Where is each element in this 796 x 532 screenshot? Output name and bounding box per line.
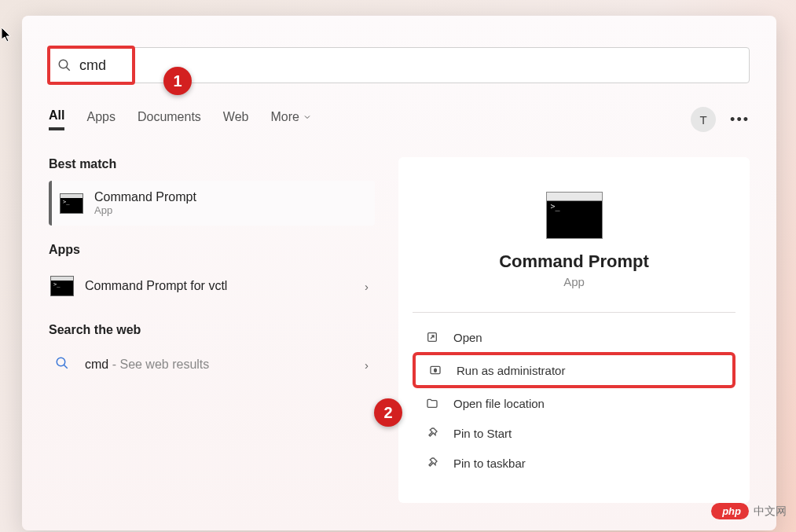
web-term: cmd [85,358,108,371]
action-run-admin-label: Run as administrator [457,364,565,377]
tabs-row: All Apps Documents Web More T ••• [49,107,750,132]
mouse-cursor-icon [2,28,13,43]
command-prompt-icon [50,276,74,296]
folder-icon [425,396,439,410]
best-match-label: Best match [49,157,375,171]
action-run-as-admin[interactable]: Run as administrator [413,352,735,388]
command-prompt-icon [60,193,83,214]
svg-point-2 [57,358,65,366]
chevron-right-icon: › [365,280,369,293]
tab-web[interactable]: Web [223,110,249,129]
tab-more-label: More [270,110,299,124]
pin-icon [425,426,439,440]
action-open-location-label: Open file location [453,397,545,410]
best-match-text: Command Prompt App [94,190,196,216]
action-pin-start-label: Pin to Start [453,427,512,440]
watermark-badge: php [711,503,749,519]
open-icon [425,330,439,344]
action-open[interactable]: Open [413,322,735,352]
action-pin-to-start[interactable]: Pin to Start [413,418,735,448]
preview-panel: Command Prompt App Open Run as administr… [398,157,750,503]
preview-sub: App [413,275,735,288]
watermark: php 中文网 [711,503,787,519]
web-section-label: Search the web [49,323,375,337]
header-right: T ••• [691,107,750,132]
tab-apps[interactable]: Apps [86,110,115,129]
action-open-label: Open [453,331,482,344]
user-avatar[interactable]: T [691,107,716,132]
svg-line-3 [64,365,68,369]
web-suffix: - See web results [108,358,209,371]
content-area: Best match Command Prompt App Apps Comma… [22,157,776,503]
action-open-file-location[interactable]: Open file location [413,388,735,418]
command-prompt-icon-large [546,192,603,239]
apps-result-item[interactable]: Command Prompt for vctl › [49,266,375,306]
chevron-down-icon [303,112,312,122]
action-pin-taskbar-label: Pin to taskbar [453,457,526,470]
action-pin-to-taskbar[interactable]: Pin to taskbar [413,448,735,478]
search-icon [57,58,72,72]
svg-point-0 [59,60,68,68]
best-match-item[interactable]: Command Prompt App [49,181,375,226]
tab-all[interactable]: All [49,108,64,130]
search-input[interactable] [79,57,237,74]
tab-more[interactable]: More [270,110,311,129]
more-options-button[interactable]: ••• [730,112,750,128]
search-window: 1 All Apps Documents Web More T ••• Best… [22,16,776,530]
svg-line-1 [66,67,70,71]
filter-tabs: All Apps Documents Web More [49,108,312,130]
annotation-badge-2: 2 [374,398,402,427]
search-bar[interactable] [49,47,750,83]
preview-title: Command Prompt [413,251,735,272]
best-match-sub: App [94,204,196,216]
search-icon [50,356,74,373]
annotation-badge-1: 1 [163,67,192,95]
results-column: Best match Command Prompt App Apps Comma… [49,157,375,503]
best-match-title: Command Prompt [94,190,196,204]
divider [413,312,735,313]
web-result-item[interactable]: cmd - See web results › [49,347,375,383]
web-item-text: cmd - See web results [85,358,209,372]
watermark-text: 中文网 [754,504,787,519]
shield-admin-icon [428,363,442,377]
tab-documents[interactable]: Documents [138,110,201,129]
apps-item-title: Command Prompt for vctl [85,279,227,293]
apps-section-label: Apps [49,243,375,257]
pin-icon [425,456,439,470]
chevron-right-icon: › [365,358,369,372]
